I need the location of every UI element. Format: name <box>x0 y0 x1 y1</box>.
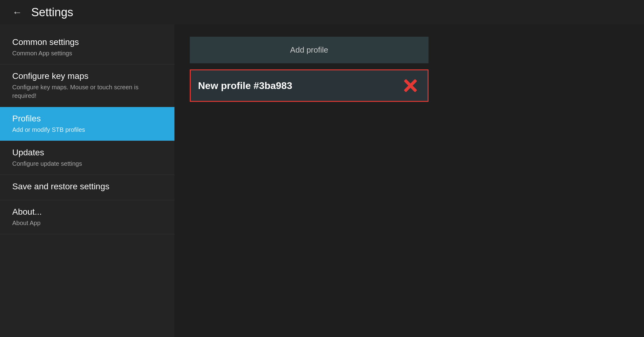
sidebar-item-updates-title: Updates <box>12 148 162 157</box>
sidebar-item-common-settings[interactable]: Common settings Common App settings <box>0 31 174 65</box>
top-bar: ← Settings <box>0 0 644 24</box>
profile-name: New profile #3ba983 <box>198 80 401 91</box>
sidebar-item-common-settings-title: Common settings <box>12 37 162 47</box>
sidebar-item-updates[interactable]: Updates Configure update settings <box>0 141 174 175</box>
profile-delete-button[interactable] <box>401 76 420 95</box>
sidebar-item-updates-subtitle: Configure update settings <box>12 159 162 168</box>
sidebar-item-about-subtitle: About App <box>12 219 162 227</box>
sidebar-item-configure-key-maps[interactable]: Configure key maps Configure key maps. M… <box>0 65 174 107</box>
sidebar-item-common-settings-subtitle: Common App settings <box>12 49 162 57</box>
add-profile-button[interactable]: Add profile <box>190 37 429 63</box>
sidebar-item-about-title: About... <box>12 207 162 217</box>
sidebar-item-about[interactable]: About... About App <box>0 200 174 234</box>
page-title: Settings <box>31 6 73 19</box>
content-area: Add profile New profile #3ba983 <box>174 24 644 337</box>
sidebar-item-profiles[interactable]: Profiles Add or modify STB profiles <box>0 107 174 141</box>
sidebar-item-save-restore[interactable]: Save and restore settings <box>0 175 174 200</box>
profile-item[interactable]: New profile #3ba983 <box>190 69 429 102</box>
sidebar-item-configure-key-maps-title: Configure key maps <box>12 71 162 81</box>
back-button[interactable]: ← <box>12 7 22 17</box>
delete-x-icon <box>402 77 419 94</box>
sidebar: Common settings Common App settings Conf… <box>0 24 174 337</box>
sidebar-item-configure-key-maps-subtitle: Configure key maps. Mouse or touch scree… <box>12 83 162 100</box>
main-layout: Common settings Common App settings Conf… <box>0 24 644 337</box>
sidebar-item-save-restore-title: Save and restore settings <box>12 182 162 191</box>
sidebar-item-profiles-subtitle: Add or modify STB profiles <box>12 125 162 134</box>
sidebar-item-profiles-title: Profiles <box>12 114 162 124</box>
